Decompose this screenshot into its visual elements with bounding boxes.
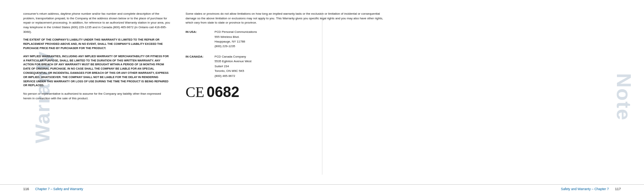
right-para1: Some states or provinces do not allow li…	[186, 12, 387, 25]
ce-symbol: CE	[186, 85, 204, 99]
canada-contact-row: IN CANADA: PCD Canada Company 5535 Eglin…	[186, 54, 387, 78]
usa-details: PCD Personal Communications 555 Wireless…	[215, 30, 257, 49]
ce-mark-area: CE 0682	[186, 85, 387, 99]
left-para1: consumer's return address, daytime phone…	[23, 12, 170, 34]
right-column: Some states or provinces do not allow li…	[186, 12, 387, 179]
ce-number: 0682	[207, 85, 240, 99]
footer-right: Safety and Warranty – Chapter 7 117	[561, 187, 621, 191]
left-page-number: 116	[23, 187, 29, 191]
page-spread: Warranty Note consumer's return address,…	[0, 0, 644, 194]
footer-left: 116 Chapter 7 – Safety and Warranty	[23, 187, 83, 191]
contact-table: IN USA: PCD Personal Communications 555 …	[186, 30, 387, 78]
left-column: consumer's return address, daytime phone…	[23, 12, 170, 179]
left-chapter-label: Chapter 7 – Safety and Warranty	[35, 187, 83, 191]
content-area: consumer's return address, daytime phone…	[0, 0, 644, 194]
left-para4: No person or representative is authorize…	[23, 92, 170, 100]
left-para3: ANY IMPLIED WARRANTIES, INCLUDING ANY IM…	[23, 54, 170, 88]
canada-details: PCD Canada Company 5535 Eglinton Avenue …	[215, 54, 252, 78]
right-page-number: 117	[615, 187, 621, 191]
left-para2: THE EXTENT OF THE COMPANY'S LIABILITY UN…	[23, 38, 170, 50]
usa-contact-row: IN USA: PCD Personal Communications 555 …	[186, 30, 387, 49]
canada-label: IN CANADA:	[186, 54, 215, 78]
footer: 116 Chapter 7 – Safety and Warranty Safe…	[0, 184, 644, 191]
usa-label: IN USA:	[186, 30, 215, 49]
right-chapter-label: Safety and Warranty – Chapter 7	[561, 187, 609, 191]
